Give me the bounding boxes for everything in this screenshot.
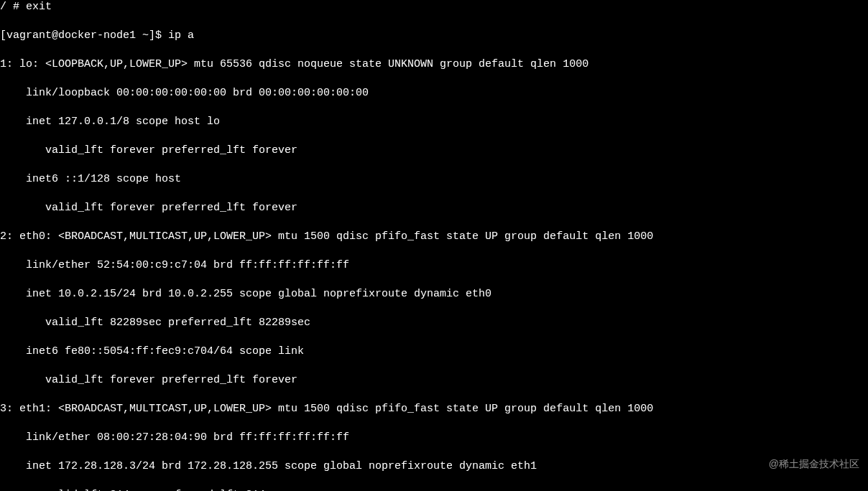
shell-prompt-line: [vagrant@docker-node1 ~]$ ip a [0, 29, 868, 43]
iface-eth0-valid6: valid_lft forever preferred_lft forever [0, 373, 868, 388]
iface-eth0-inet: inet 10.0.2.15/24 brd 10.0.2.255 scope g… [0, 287, 868, 301]
iface-eth1-inet: inet 172.28.128.3/24 brd 172.28.128.255 … [0, 459, 868, 474]
iface-lo-valid: valid_lft forever preferred_lft forever [0, 144, 868, 158]
iface-eth1-link: link/ether 08:00:27:28:04:90 brd ff:ff:f… [0, 431, 868, 445]
iface-lo-link: link/loopback 00:00:00:00:00:00 brd 00:0… [0, 86, 868, 100]
iface-eth0-link: link/ether 52:54:00:c9:c7:04 brd ff:ff:f… [0, 258, 868, 273]
iface-eth0-valid: valid_lft 82289sec preferred_lft 82289se… [0, 316, 868, 330]
iface-eth0-header: 2: eth0: <BROADCAST,MULTICAST,UP,LOWER_U… [0, 230, 868, 244]
iface-lo-inet6: inet6 ::1/128 scope host [0, 172, 868, 187]
iface-lo-inet: inet 127.0.0.1/8 scope host lo [0, 115, 868, 129]
iface-lo-valid6: valid_lft forever preferred_lft forever [0, 201, 868, 215]
terminal-line: / # exit [0, 0, 868, 14]
iface-eth1-valid: valid_lft 814sec preferred_lft 814sec [0, 488, 868, 491]
iface-lo-header: 1: lo: <LOOPBACK,UP,LOWER_UP> mtu 65536 … [0, 57, 868, 72]
iface-eth1-header: 3: eth1: <BROADCAST,MULTICAST,UP,LOWER_U… [0, 402, 868, 416]
terminal-output[interactable]: / # exit [vagrant@docker-node1 ~]$ ip a … [0, 0, 868, 491]
iface-eth0-inet6: inet6 fe80::5054:ff:fec9:c704/64 scope l… [0, 345, 868, 359]
